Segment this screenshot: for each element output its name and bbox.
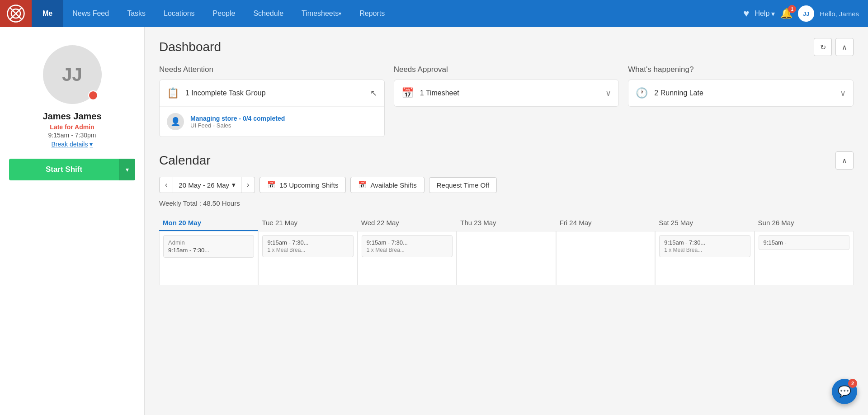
task-avatar: 👤	[167, 113, 184, 130]
cal-day-wed: 9:15am - 7:30... 1 x Meal Brea...	[358, 231, 457, 285]
sidebar-status: Late for Admin	[50, 123, 94, 131]
date-range[interactable]: 20 May - 26 May ▾	[173, 177, 241, 193]
cal-day-thu	[457, 231, 556, 285]
navbar: Me News Feed Tasks Locations People Sche…	[0, 0, 868, 27]
date-range-chevron-icon: ▾	[232, 181, 236, 189]
calendar-section: Calendar ∧ ‹ 20 May - 26 May ▾ › 📅 15 Up…	[159, 151, 854, 285]
timesheet-row[interactable]: 📅 1 Timesheet ∨	[394, 80, 619, 106]
timesheet-chevron-icon[interactable]: ∨	[605, 88, 611, 98]
needs-approval-title: Needs Approval	[394, 65, 619, 74]
running-late-row[interactable]: 🕐 2 Running Late ∨	[628, 80, 853, 106]
chat-bubble[interactable]: 💬 2	[832, 379, 857, 404]
shift-card-tue[interactable]: 9:15am - 7:30... 1 x Meal Brea...	[262, 235, 353, 257]
day-header-wed[interactable]: Wed 22 May	[358, 214, 457, 231]
shift-time-sat: 9:15am - 7:30...	[664, 239, 745, 246]
task-title[interactable]: Managing store - 0/4 completed	[190, 115, 285, 122]
nav-me[interactable]: Me	[32, 0, 63, 27]
timesheet-label: 1 Timesheet	[420, 89, 599, 97]
task-group-label: 1 Incomplete Task Group	[185, 89, 364, 97]
shift-time-wed: 9:15am - 7:30...	[367, 239, 448, 246]
nav-link-tasks[interactable]: Tasks	[118, 0, 155, 27]
start-shift-button[interactable]: Start Shift	[9, 159, 119, 180]
prev-week-button[interactable]: ‹	[160, 177, 173, 193]
nav-link-timesheets[interactable]: Timesheets	[292, 0, 350, 27]
dashboard-cards: Needs Attention 📋 1 Incomplete Task Grou…	[159, 65, 854, 137]
dashboard-header: Dashboard ↻ ∧	[159, 38, 854, 56]
collapse-calendar-button[interactable]: ∧	[835, 151, 854, 170]
content-area: Dashboard ↻ ∧ Needs Attention 📋 1 Incomp…	[145, 27, 868, 415]
shift-detail-wed: 1 x Meal Brea...	[367, 247, 448, 253]
upcoming-shifts-label: 15 Upcoming Shifts	[279, 181, 338, 189]
task-sub-content: Managing store - 0/4 completed UI Feed -…	[190, 115, 285, 129]
nav-links: News Feed Tasks Locations People Schedul…	[63, 0, 743, 27]
cursor-icon: ↖	[370, 88, 377, 98]
sidebar: JJ James James Late for Admin 9:15am - 7…	[0, 27, 145, 415]
start-shift-arrow-icon: ▾	[126, 166, 129, 173]
day-header-fri[interactable]: Fri 24 May	[556, 214, 655, 231]
avatar-initials: JJ	[62, 65, 82, 85]
nav-avatar[interactable]: JJ	[798, 5, 814, 22]
running-late-label: 2 Running Late	[654, 89, 834, 97]
next-week-button[interactable]: ›	[241, 177, 255, 193]
cal-day-fri	[556, 231, 655, 285]
start-shift-container: Start Shift ▾	[9, 159, 135, 180]
weekly-total: Weekly Total : 48.50 Hours	[159, 199, 854, 207]
nav-link-people[interactable]: People	[204, 0, 245, 27]
help-button[interactable]: Help ▾	[755, 9, 775, 18]
favorites-button[interactable]: ♥	[743, 8, 749, 19]
calendar-controls: ‹ 20 May - 26 May ▾ › 📅 15 Upcoming Shif…	[159, 177, 854, 193]
whats-happening-card: 🕐 2 Running Late ∨	[628, 80, 854, 107]
late-label: Late	[50, 123, 63, 131]
timesheet-icon: 📅	[401, 87, 414, 99]
available-shifts-label: Available Shifts	[370, 181, 416, 189]
day-header-sat[interactable]: Sat 25 May	[655, 214, 754, 231]
status-dot	[88, 90, 98, 100]
shift-label-mon: Admin	[168, 239, 249, 246]
needs-approval-section: Needs Approval 📅 1 Timesheet ∨	[394, 65, 619, 137]
nav-right: ♥ Help ▾ 🔔 1 JJ Hello, James	[743, 5, 868, 22]
day-header-tue[interactable]: Tue 21 May	[258, 214, 357, 231]
cal-day-tue: 9:15am - 7:30... 1 x Meal Brea...	[258, 231, 357, 285]
task-sub-row: 👤 Managing store - 0/4 completed UI Feed…	[160, 107, 384, 137]
cal-day-sun: 9:15am -	[755, 231, 854, 285]
available-shifts-button[interactable]: 📅 Available Shifts	[350, 177, 424, 193]
help-chevron-icon: ▾	[771, 9, 775, 18]
upcoming-shifts-button[interactable]: 📅 15 Upcoming Shifts	[259, 177, 346, 193]
page-title: Dashboard	[159, 40, 221, 54]
start-shift-dropdown-button[interactable]: ▾	[119, 159, 135, 180]
shift-card-sat[interactable]: 9:15am - 7:30... 1 x Meal Brea...	[659, 235, 750, 257]
task-group-row[interactable]: 📋 1 Incomplete Task Group ↖	[160, 80, 384, 107]
running-late-icon: 🕐	[636, 87, 648, 99]
cal-day-mon: Admin 9:15am - 7:30...	[159, 231, 258, 285]
nav-link-reports[interactable]: Reports	[350, 0, 394, 27]
calendar-header: Calendar ∧	[159, 151, 854, 170]
main-layout: JJ James James Late for Admin 9:15am - 7…	[0, 27, 868, 415]
break-details-link[interactable]: Break details ▾	[52, 141, 93, 148]
chat-badge: 2	[848, 379, 857, 388]
day-header-mon[interactable]: Mon 20 May	[159, 214, 258, 231]
notifications-button[interactable]: 🔔 1	[780, 8, 793, 19]
nav-link-schedule[interactable]: Schedule	[244, 0, 292, 27]
running-late-chevron-icon[interactable]: ∨	[840, 88, 846, 98]
date-navigator: ‹ 20 May - 26 May ▾ ›	[159, 177, 255, 193]
shift-card-mon[interactable]: Admin 9:15am - 7:30...	[163, 235, 254, 258]
needs-attention-section: Needs Attention 📋 1 Incomplete Task Grou…	[159, 65, 385, 137]
app-logo[interactable]	[0, 0, 32, 27]
request-time-off-button[interactable]: Request Time Off	[429, 177, 497, 193]
shift-time-sun: 9:15am -	[764, 239, 844, 246]
shift-card-wed[interactable]: 9:15am - 7:30... 1 x Meal Brea...	[362, 235, 453, 257]
task-detail: UI Feed - Sales	[190, 122, 285, 129]
refresh-button[interactable]: ↻	[814, 38, 832, 56]
day-header-thu[interactable]: Thu 23 May	[457, 214, 556, 231]
shift-detail-tue: 1 x Meal Brea...	[267, 247, 348, 253]
nav-hello-text: Hello, James	[820, 10, 859, 18]
nav-link-news-feed[interactable]: News Feed	[63, 0, 118, 27]
needs-attention-title: Needs Attention	[159, 65, 385, 74]
shift-card-sun[interactable]: 9:15am -	[759, 235, 849, 250]
day-header-sun[interactable]: Sun 26 May	[755, 214, 854, 231]
calendar-title: Calendar	[159, 153, 211, 168]
nav-link-locations[interactable]: Locations	[155, 0, 204, 27]
collapse-dashboard-button[interactable]: ∧	[835, 38, 854, 56]
whats-happening-section: What's happening? 🕐 2 Running Late ∨	[628, 65, 854, 137]
chat-icon: 💬	[838, 385, 851, 398]
